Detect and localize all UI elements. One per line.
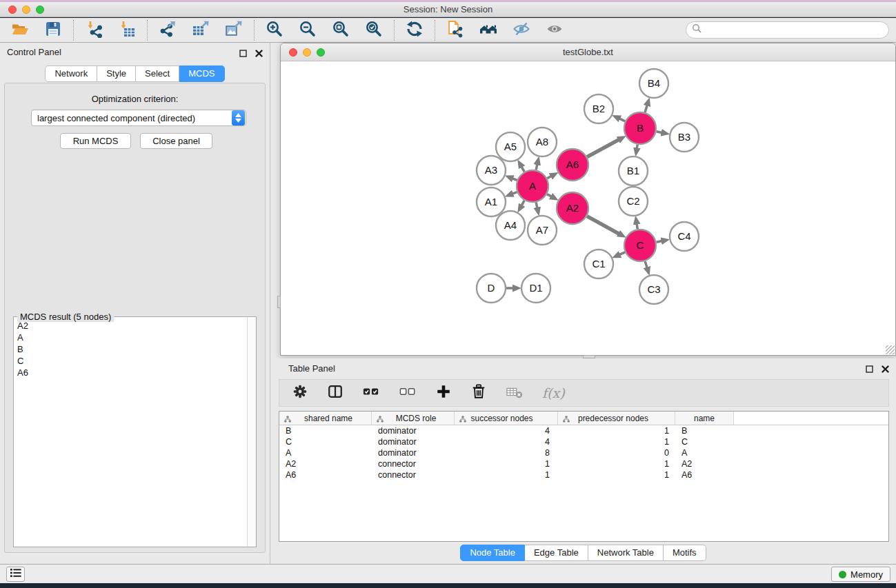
function-builder-icon: f(x) xyxy=(542,385,565,401)
split-view-icon[interactable] xyxy=(327,383,344,403)
table-row[interactable]: Cdominator41C xyxy=(279,436,888,447)
graph-node-label: A5 xyxy=(504,141,517,152)
column-header-successor-nodes[interactable]: successor nodes xyxy=(455,412,558,425)
optimization-criterion-label: Optimization criterion: xyxy=(5,94,265,104)
graph-node-label: C1 xyxy=(592,258,605,270)
list-item[interactable]: B xyxy=(14,343,246,355)
graph-edge[interactable] xyxy=(587,140,619,157)
close-panel-icon[interactable] xyxy=(255,48,263,60)
column-header-predecessor-nodes[interactable]: predecessor nodes xyxy=(558,412,675,425)
graph-edge[interactable] xyxy=(536,164,537,170)
graph-edge[interactable] xyxy=(547,194,551,196)
delete-column-trash-icon[interactable] xyxy=(470,383,487,403)
graph-edge[interactable] xyxy=(547,176,551,178)
open-session-button[interactable] xyxy=(10,21,30,40)
graph-edge[interactable] xyxy=(512,192,517,194)
graph-edge[interactable] xyxy=(657,241,662,243)
task-history-button[interactable] xyxy=(6,567,25,582)
float-panel-icon[interactable] xyxy=(866,363,873,376)
control-panel-tabs: Network Style Select MCDS xyxy=(0,65,270,82)
import-network-button[interactable] xyxy=(84,21,103,40)
cell: connector xyxy=(372,470,455,480)
graph-edge[interactable] xyxy=(587,216,619,234)
graph-edge[interactable] xyxy=(619,119,625,121)
graph-edge[interactable] xyxy=(657,132,662,133)
list-item[interactable]: A xyxy=(14,332,246,343)
search-input[interactable] xyxy=(706,25,888,35)
graph-edge[interactable] xyxy=(512,179,517,181)
graph-node-label: C xyxy=(637,239,644,251)
export-image-button[interactable] xyxy=(224,21,243,40)
cell: 0 xyxy=(558,448,675,458)
column-label: predecessor nodes xyxy=(578,414,648,423)
graph-edge[interactable] xyxy=(637,224,637,230)
cell: dominator xyxy=(372,437,455,447)
close-panel-icon[interactable] xyxy=(882,363,889,376)
select-all-icon[interactable] xyxy=(362,383,380,403)
zoom-out-button[interactable] xyxy=(298,21,317,40)
save-session-button[interactable] xyxy=(43,21,63,40)
refresh-button[interactable] xyxy=(405,21,424,40)
float-panel-icon[interactable] xyxy=(239,48,247,60)
list-item[interactable]: C xyxy=(14,355,246,367)
home-button[interactable] xyxy=(479,21,498,40)
network-from-file-button[interactable] xyxy=(446,21,465,40)
column-header-mcds-role[interactable]: MCDS role xyxy=(372,412,455,425)
tab-edge-table[interactable]: Edge Table xyxy=(525,545,588,561)
eye-slash-icon xyxy=(512,20,530,41)
main-toolbar xyxy=(0,18,896,43)
search-field[interactable] xyxy=(686,21,889,39)
run-mcds-button[interactable]: Run MCDS xyxy=(60,133,131,149)
deselect-all-icon[interactable] xyxy=(399,383,417,403)
tab-network[interactable]: Network xyxy=(45,65,97,82)
add-column-icon[interactable] xyxy=(435,383,452,403)
tab-select[interactable]: Select xyxy=(136,65,179,82)
cell: dominator xyxy=(372,426,455,436)
list-item[interactable]: A2 xyxy=(14,320,246,332)
table-row[interactable]: A2connector11A2 xyxy=(279,458,888,469)
table-row[interactable]: A6connector11A6 xyxy=(279,469,888,480)
graph-edge[interactable] xyxy=(645,105,647,113)
tab-mcds[interactable]: MCDS xyxy=(179,65,224,82)
column-label: shared name xyxy=(304,414,352,423)
graph-edge[interactable] xyxy=(645,261,647,268)
settings-gear-icon[interactable] xyxy=(292,383,308,403)
cell: 1 xyxy=(455,459,558,469)
graph-edge[interactable] xyxy=(521,167,524,172)
list-item[interactable]: A6 xyxy=(14,367,246,378)
graph-node-label: B1 xyxy=(627,165,639,176)
zoom-selected-button[interactable] xyxy=(364,21,384,40)
criterion-dropdown[interactable]: largest connected component (directed) xyxy=(31,110,246,126)
zoom-fit-button[interactable] xyxy=(331,21,350,40)
close-panel-button[interactable]: Close panel xyxy=(140,133,212,149)
export-table-button[interactable] xyxy=(191,21,210,40)
table-row[interactable]: Bdominator41B xyxy=(279,425,888,436)
node-table[interactable]: shared name MCDS role successor nodes pr… xyxy=(279,411,889,542)
graph-edge[interactable] xyxy=(536,202,537,207)
tab-node-table[interactable]: Node Table xyxy=(460,545,525,561)
resize-grip[interactable] xyxy=(886,345,895,354)
graph-node-label: C2 xyxy=(626,195,639,207)
mcds-result-list[interactable]: A2 A B C A6 xyxy=(14,320,246,547)
memory-button[interactable]: Memory xyxy=(831,567,890,582)
network-view-window: testGlobe.txt AA1A2A3A4A5A6A7A8BB1B2B3B4… xyxy=(280,43,896,356)
scrollbar-track[interactable] xyxy=(247,317,256,547)
tab-motifs[interactable]: Motifs xyxy=(664,545,706,561)
export-network-button[interactable] xyxy=(158,21,177,40)
hide-details-button[interactable] xyxy=(512,21,531,40)
tab-network-table[interactable]: Network Table xyxy=(588,545,664,561)
graph-edge[interactable] xyxy=(619,252,625,255)
network-canvas[interactable]: AA1A2A3A4A5A6A7A8BB1B2B3B4CC1C2C3C4DD1 xyxy=(281,61,895,355)
graph-edge[interactable] xyxy=(637,145,637,149)
column-header-shared-name[interactable]: shared name xyxy=(279,412,372,425)
graph-node-label: A7 xyxy=(536,224,548,236)
column-header-name[interactable]: name xyxy=(675,412,734,425)
table-row[interactable]: Adominator80A xyxy=(279,447,888,458)
network-graph[interactable]: AA1A2A3A4A5A6A7A8BB1B2B3B4CC1C2C3C4DD1 xyxy=(281,61,895,355)
import-table-button[interactable] xyxy=(117,21,137,40)
show-details-button[interactable] xyxy=(545,21,564,40)
zoom-in-button[interactable] xyxy=(265,21,284,40)
window-titlebar: Session: New Session xyxy=(0,2,896,17)
graph-edge[interactable] xyxy=(521,201,524,205)
tab-style[interactable]: Style xyxy=(97,65,136,82)
